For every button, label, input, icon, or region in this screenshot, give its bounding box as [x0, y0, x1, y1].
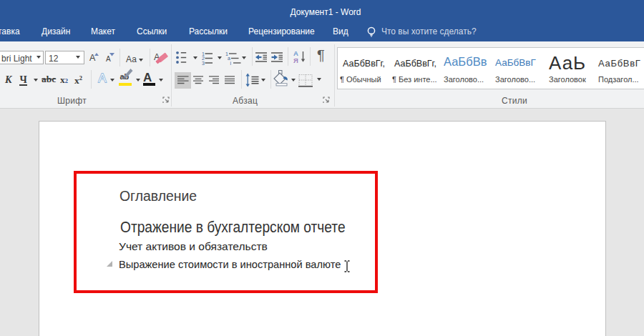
- svg-text:i: i: [230, 61, 232, 66]
- svg-text:3: 3: [202, 61, 205, 66]
- svg-text:Я: Я: [293, 56, 298, 64]
- svg-text:А: А: [98, 71, 107, 85]
